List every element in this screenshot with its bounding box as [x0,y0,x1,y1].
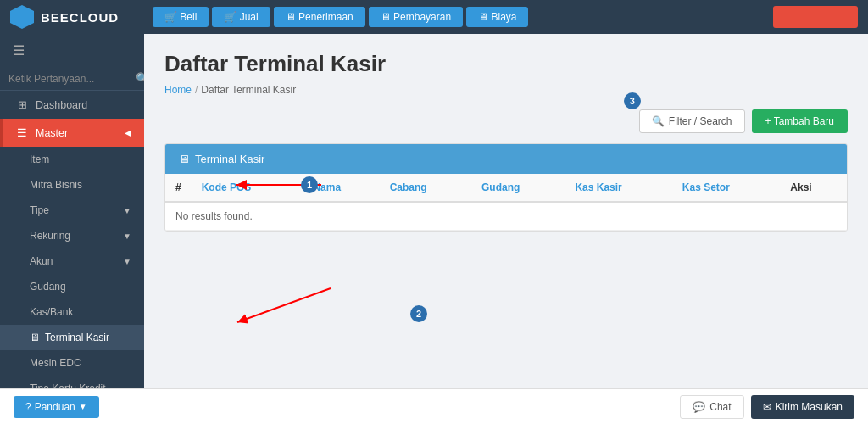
table-header-label: Terminal Kasir [195,153,264,165]
panduan-label: Panduan [35,401,75,413]
panduan-button[interactable]: ? Panduan ▼ [14,396,99,418]
sidebar-item-label: Master [36,127,68,139]
sidebar-sub-item-gudang[interactable]: Gudang [0,274,144,299]
nav-btn-pembayaran[interactable]: 🖥 Pembayaran [369,7,463,27]
sidebar-sub-item-tipe[interactable]: Tipe ▼ [0,198,144,223]
arrow-icon: ◀ [125,128,131,137]
breadcrumb-separator: / [195,84,198,96]
table-row-no-results: No results found. [165,202,847,231]
breadcrumb: Home / Daftar Terminal Kasir [164,84,848,96]
add-label: + Tambah Baru [765,115,835,127]
hamburger-icon[interactable]: ☰ [0,34,144,67]
svg-line-1 [237,288,331,322]
sidebar-sub-item-mitra[interactable]: Mitra Bisnis [0,172,144,198]
panduan-icon: ? [25,401,31,413]
nav-btn-biaya[interactable]: 🖥 Biaya [466,7,528,27]
chevron-down-icon: ▼ [123,257,131,266]
sidebar-sub-item[interactable]: Item [0,147,144,172]
kirim-label: Kirim Masukan [776,401,843,413]
chevron-down-icon: ▼ [123,232,131,241]
annotation-2-container: 2 [322,288,427,339]
sidebar-sub-item-rekuring[interactable]: Rekuring ▼ [0,223,144,248]
filter-label: Filter / Search [669,115,732,127]
search-icon[interactable]: 🔍 [136,72,144,85]
table-card: 🖥 Terminal Kasir # Kode POS Nama Cabang … [164,143,848,232]
table-header-row: # Kode POS Nama Cabang Gudang Kas Kasir … [165,174,847,202]
bottom-bar: ? Panduan ▼ 💬 Chat ✉ Kirim Masukan [0,388,868,424]
main-layout: ☰ 🔍 ⊞ Dashboard ☰ Master ◀ Item Mitra Bi… [0,34,868,424]
col-cabang[interactable]: Cabang [380,174,471,202]
sidebar-item-dashboard[interactable]: ⊞ Dashboard [0,91,144,119]
nav-btn-jual[interactable]: 🛒 Jual [212,7,270,27]
breadcrumb-home[interactable]: Home [164,84,192,96]
nav-buttons: 🛒 Beli 🛒 Jual 🖥 Penerimaan 🖥 Pembayaran … [144,7,773,27]
top-nav: BEECLOUD 🛒 Beli 🛒 Jual 🖥 Penerimaan 🖥 Pe… [0,0,868,34]
page-title: Daftar Terminal Kasir [164,51,848,77]
sidebar-sub-label: Mesin EDC [30,357,81,369]
sidebar-sub-item-kasbank[interactable]: Kas/Bank [0,299,144,325]
sidebar-sub-item-akun[interactable]: Akun ▼ [0,248,144,274]
sidebar-sub-item-mesin-edc[interactable]: Mesin EDC [0,350,144,376]
nav-btn-penerimaan[interactable]: 🖥 Penerimaan [274,7,365,27]
content-area: Daftar Terminal Kasir Home / Daftar Term… [144,34,868,424]
filter-search-button[interactable]: 🔍 Filter / Search [639,109,745,133]
sidebar-sub-label: Kas/Bank [30,306,73,318]
sidebar-item-master[interactable]: ☰ Master ◀ [0,119,144,147]
kirim-masukan-button[interactable]: ✉ Kirim Masukan [751,395,854,419]
sidebar-item-label: Dashboard [36,99,87,111]
kirim-icon: ✉ [763,401,771,413]
filter-icon: 🔍 [652,115,665,127]
sidebar-search-container: 🔍 [0,67,144,91]
col-gudang[interactable]: Gudang [471,174,565,202]
terminal-kasir-table: # Kode POS Nama Cabang Gudang Kas Kasir … [165,174,847,231]
sidebar-sub-label: Gudang [30,281,66,293]
chat-button[interactable]: 💬 Chat [680,395,743,419]
table-card-header: 🖥 Terminal Kasir [165,144,847,174]
breadcrumb-current: Daftar Terminal Kasir [201,84,296,96]
sidebar: ☰ 🔍 ⊞ Dashboard ☰ Master ◀ Item Mitra Bi… [0,34,144,424]
chat-label: Chat [709,401,731,413]
col-nama[interactable]: Nama [303,174,379,202]
sidebar-sub-label: Terminal Kasir [45,332,109,343]
table-header-icon: 🖥 [179,153,190,165]
col-kas-kasir[interactable]: Kas Kasir [565,174,671,202]
master-icon: ☰ [15,126,29,139]
logo-hex-icon [10,5,34,29]
col-number: # [165,174,192,202]
sidebar-sub-label: Tipe [30,204,49,216]
bottom-right-buttons: 💬 Chat ✉ Kirim Masukan [680,395,854,419]
monitor-icon: 🖥 [30,332,40,343]
annotation-badge-2: 2 [410,305,427,322]
chat-icon: 💬 [693,401,705,413]
annotation-arrow-2 [322,288,339,339]
col-kas-setor[interactable]: Kas Setor [672,174,780,202]
chevron-down-icon: ▼ [79,402,87,411]
logo-text: BEECLOUD [41,10,119,25]
top-right-button[interactable] [773,6,858,28]
sidebar-search-input[interactable] [8,73,136,85]
sidebar-sub-label: Rekuring [30,230,70,242]
no-results-text: No results found. [165,202,847,231]
col-kode-pos[interactable]: Kode POS [192,174,303,202]
sidebar-sub-label: Akun [30,255,53,267]
chevron-down-icon: ▼ [123,206,131,215]
dashboard-icon: ⊞ [15,98,29,111]
nav-btn-beli[interactable]: 🛒 Beli [153,7,209,27]
annotation-badge-3: 3 [624,92,641,109]
add-new-button[interactable]: + Tambah Baru [752,109,849,133]
action-bar: 3 🔍 Filter / Search + Tambah Baru [164,109,848,133]
logo-area: BEECLOUD [0,0,144,34]
sidebar-sub-item-terminal-kasir[interactable]: 🖥 Terminal Kasir [0,325,144,350]
col-aksi: Aksi [780,174,847,202]
sidebar-sub-label: Mitra Bisnis [30,179,82,191]
sidebar-sub-label: Item [30,153,49,165]
